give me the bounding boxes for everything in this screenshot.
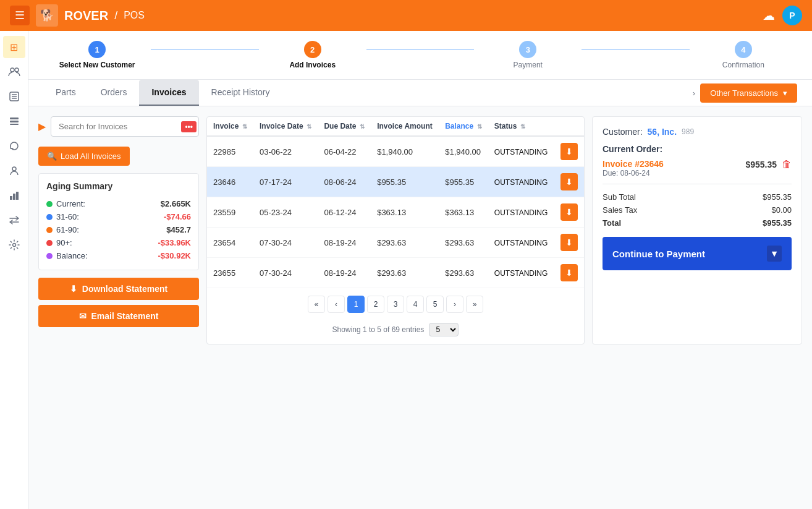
row-download-button[interactable]: ⬇	[560, 203, 578, 221]
subtotal-row: Sub Total $955.35	[603, 190, 792, 203]
sidebar-item-refresh[interactable]	[3, 135, 25, 157]
email-statement-button[interactable]: ✉ Email Statement	[38, 305, 199, 327]
step-3: 3 Payment	[474, 41, 582, 69]
step-3-circle: 3	[519, 41, 536, 58]
current-invoice-link[interactable]: Invoice #23646	[603, 159, 664, 169]
col-balance[interactable]: Balance ⇅	[439, 117, 488, 136]
table-row[interactable]: 23559 05-23-24 06-12-24 $363.13 $363.13 …	[207, 197, 584, 228]
cell-action: ⬇	[554, 197, 584, 228]
tab-orders[interactable]: Orders	[88, 80, 140, 106]
col-amount[interactable]: Invoice Amount	[371, 117, 439, 136]
step-2-circle: 2	[304, 41, 321, 58]
table-row[interactable]: 22985 03-06-22 06-04-22 $1,940.00 $1,940…	[207, 136, 584, 167]
continue-to-payment-button[interactable]: Continue to Payment ▾	[603, 237, 792, 270]
aging-label-61-90: 61-90:	[56, 225, 163, 234]
tax-value: $0.00	[771, 205, 792, 215]
sidebar-item-users[interactable]	[3, 61, 25, 83]
tab-invoices[interactable]: Invoices	[139, 80, 198, 106]
sidebar-item-chart[interactable]	[3, 184, 25, 207]
svg-text:🐕: 🐕	[40, 9, 54, 22]
cell-invoice: 23646	[207, 167, 253, 197]
page-last-button[interactable]: »	[466, 296, 483, 313]
invoice-rows: 22985 03-06-22 06-04-22 $1,940.00 $1,940…	[207, 136, 584, 288]
cell-invoice-date: 03-06-22	[253, 136, 318, 167]
load-all-invoices-button[interactable]: 🔍 Load All Invoices	[38, 147, 130, 166]
svg-point-2	[11, 68, 14, 72]
delete-invoice-button[interactable]: 🗑	[782, 159, 792, 170]
sidebar-item-grid[interactable]: ⊞	[3, 36, 25, 58]
cell-due-date: 06-12-24	[318, 197, 371, 228]
table-row[interactable]: 23655 07-30-24 08-19-24 $293.63 $293.63 …	[207, 258, 584, 288]
page-first-button[interactable]: «	[308, 296, 325, 313]
page-prev-button[interactable]: ‹	[328, 296, 345, 313]
hamburger-button[interactable]: ☰	[10, 6, 30, 25]
tabs-row: Parts Orders Invoices Receipt History › …	[28, 80, 812, 106]
col-due-date[interactable]: Due Date ⇅	[318, 117, 371, 136]
cell-due-date: 06-04-22	[318, 136, 371, 167]
aging-value-balance: -$30.92K	[158, 251, 191, 260]
cell-balance: $955.35	[439, 167, 488, 197]
svg-point-11	[12, 167, 16, 171]
row-download-button[interactable]: ⬇	[560, 173, 578, 190]
step-line-2	[366, 49, 474, 50]
tab-receipt-history[interactable]: Receipt History	[199, 80, 282, 106]
expand-search-button[interactable]: ▶	[38, 121, 46, 132]
app-separator: /	[114, 9, 117, 22]
cell-amount: $1,940.00	[371, 136, 439, 167]
col-status[interactable]: Status ⇅	[488, 117, 554, 136]
tab-parts[interactable]: Parts	[43, 80, 88, 106]
sidebar-item-exchange[interactable]	[3, 209, 25, 231]
table-header-row: Invoice ⇅ Invoice Date ⇅ Due Date ⇅ Invo…	[207, 117, 584, 136]
page-3-button[interactable]: 3	[387, 296, 404, 313]
dot-31-60	[46, 214, 53, 220]
col-invoice-date[interactable]: Invoice Date ⇅	[253, 117, 318, 136]
page-next-button[interactable]: ›	[446, 296, 463, 313]
app-subtitle: POS	[124, 10, 145, 21]
search-options-button[interactable]: •••	[181, 121, 197, 132]
step-3-label: Payment	[514, 61, 543, 69]
row-download-button[interactable]: ⬇	[560, 264, 578, 281]
sidebar-item-person[interactable]	[3, 160, 25, 182]
aging-value-current: $2.665K	[161, 199, 191, 208]
svg-point-15	[12, 244, 15, 247]
table-row[interactable]: 23646 07-17-24 08-06-24 $955.35 $955.35 …	[207, 167, 584, 197]
subtotal-label: Sub Total	[603, 192, 636, 202]
other-transactions-button[interactable]: Other Transactions ▾	[700, 83, 797, 103]
showing-row: Showing 1 to 5 of 69 entries 5 10 25	[207, 320, 584, 344]
nav-left: ☰ 🐕 ROVER / POS	[10, 4, 145, 27]
total-row: Total $955.35	[603, 216, 792, 229]
aging-summary-title: Aging Summary	[46, 181, 191, 191]
per-page-select[interactable]: 5 10 25	[429, 323, 459, 336]
cell-due-date: 08-06-24	[318, 167, 371, 197]
user-avatar[interactable]: P	[782, 6, 802, 25]
search-row: ▶ •••	[38, 116, 199, 137]
aging-row-31-60: 31-60: -$74.66	[46, 210, 191, 223]
page-4-button[interactable]: 4	[407, 296, 424, 313]
svg-rect-9	[10, 121, 19, 122]
cell-status: OUTSTANDING	[488, 197, 554, 228]
download-statement-button[interactable]: ⬇ Download Statement	[38, 278, 199, 300]
search-input[interactable]	[51, 116, 199, 137]
page-1-button[interactable]: 1	[347, 296, 365, 313]
page-2-button[interactable]: 2	[367, 296, 384, 313]
cell-invoice-date: 07-30-24	[253, 258, 318, 288]
dot-90-plus	[46, 240, 53, 246]
cell-balance: $293.63	[439, 228, 488, 258]
row-download-button[interactable]: ⬇	[560, 234, 578, 251]
load-invoices-wrap: 🔍 Load All Invoices	[38, 147, 199, 166]
cell-invoice: 23559	[207, 197, 253, 228]
sidebar-item-calc[interactable]	[3, 85, 25, 108]
page-5-button[interactable]: 5	[426, 296, 444, 313]
sidebar-item-settings[interactable]	[3, 234, 25, 256]
page-body: ▶ ••• 🔍 Load All Invoices Aging Summary	[28, 106, 812, 354]
aging-row-current: Current: $2.665K	[46, 197, 191, 210]
aging-label-balance: Balance:	[56, 251, 154, 260]
sidebar-item-list[interactable]	[3, 110, 25, 132]
subtotal-value: $955.35	[763, 192, 792, 202]
col-invoice[interactable]: Invoice ⇅	[207, 117, 253, 136]
cell-status: OUTSTANDING	[488, 258, 554, 288]
tab-scroll-right[interactable]: ›	[688, 81, 700, 105]
table-row[interactable]: 23654 07-30-24 08-19-24 $293.63 $293.63 …	[207, 228, 584, 258]
top-navigation: ☰ 🐕 ROVER / POS ☁ P	[0, 0, 812, 31]
row-download-button[interactable]: ⬇	[560, 143, 578, 160]
